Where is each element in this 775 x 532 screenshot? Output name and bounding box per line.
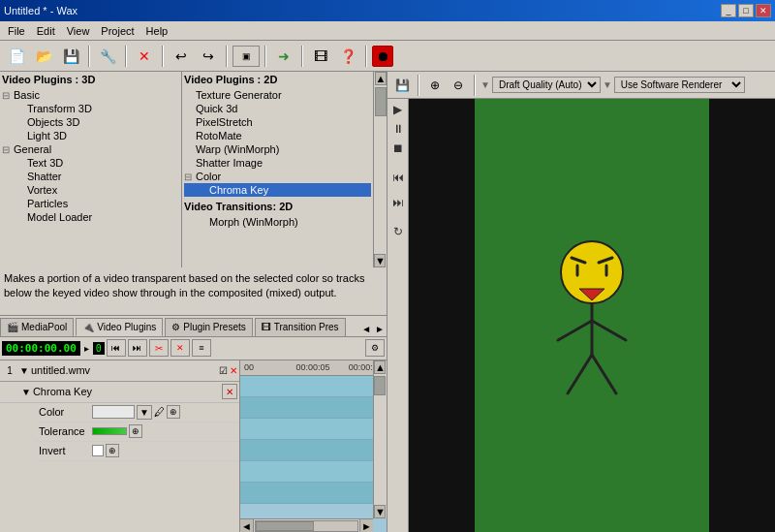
tree-item-shatterimage[interactable]: · Shatter Image [184, 156, 371, 170]
timeline-vscrollbar[interactable]: ▲ ▼ [373, 360, 387, 519]
tl-cut[interactable]: ✂ [149, 339, 169, 357]
timeline-row-5 [240, 461, 387, 483]
tab-scroll-left[interactable]: ◄ [359, 322, 373, 336]
transport-loop[interactable]: ↻ [389, 223, 407, 240]
tab-videoplugins[interactable]: 🔌 Video Plugins [76, 318, 163, 336]
scroll-up-btn[interactable]: ▲ [375, 72, 387, 85]
tl-prev-frame[interactable]: ⏮ [107, 339, 126, 357]
effect-expand[interactable]: ▼ [21, 387, 31, 397]
tree-item-texturegen[interactable]: · Texture Generator [184, 88, 371, 102]
invert-reset-btn[interactable]: ⊕ [106, 444, 119, 457]
toolbar-divider-7 [365, 46, 367, 67]
menu-help[interactable]: Help [140, 23, 174, 39]
ruler-mark-0: 00 [244, 362, 254, 372]
menu-file[interactable]: File [2, 23, 31, 39]
undo-button[interactable]: ↩ [169, 44, 194, 69]
effect-name: Chroma Key [33, 386, 222, 397]
preview-save-btn[interactable]: 💾 [391, 75, 413, 96]
tree-item-quick3d[interactable]: · Quick 3d [184, 102, 371, 115]
hscroll-track [255, 520, 358, 532]
transport-panel: ▶ ⏸ ⏹ ⏮ ⏭ ↻ [388, 99, 409, 532]
color-reset-btn[interactable]: ⊕ [167, 405, 180, 419]
menu-edit[interactable]: Edit [31, 23, 61, 39]
transport-stop[interactable]: ⏹ [389, 140, 407, 157]
plugin-scrollbar[interactable]: ▲ ▼ [373, 72, 387, 267]
invert-checkbox[interactable] [92, 445, 104, 456]
track-1-close[interactable]: ✕ [230, 365, 237, 376]
help-button[interactable]: ❓ [335, 44, 360, 69]
close-button[interactable]: ✕ [756, 4, 771, 17]
save-button[interactable]: 💾 [58, 44, 83, 69]
timeline-ruler: 00 00:00:05 00:00:10 [240, 360, 387, 376]
tree-item-morphwinmorph[interactable]: · Morph (WinMorph) [184, 215, 371, 229]
toolbar-divider-6 [301, 46, 303, 67]
transport-play[interactable]: ▶ [389, 101, 407, 118]
tab-pluginpresets[interactable]: ⚙ Plugin Presets [165, 318, 252, 336]
tree-item-pixelstretch[interactable]: · PixelStretch [184, 115, 371, 129]
hscroll-thumb[interactable] [256, 521, 314, 531]
vscroll-up[interactable]: ▲ [374, 360, 386, 374]
tree-item-particles[interactable]: · Particles [2, 197, 179, 210]
tl-next-frame[interactable]: ⏭ [128, 339, 147, 357]
tree-item-chromakey[interactable]: · Chroma Key [184, 183, 371, 197]
menu-view[interactable]: View [61, 23, 96, 39]
record-button[interactable]: ⏺ [372, 46, 393, 67]
hscroll-right[interactable]: ► [359, 519, 373, 533]
scroll-thumb[interactable] [375, 87, 387, 116]
effect-close-btn[interactable]: ✕ [222, 384, 237, 399]
redo-button[interactable]: ↪ [196, 44, 221, 69]
tl-delete[interactable]: ✕ [170, 339, 190, 357]
scroll-down-btn[interactable]: ▼ [374, 254, 386, 267]
tree-item-rotomate[interactable]: · RotoMate [184, 129, 371, 142]
tree-item-warpwinmorph[interactable]: · Warp (WinMorph) [184, 142, 371, 156]
tolerance-reset-btn[interactable]: ⊕ [129, 424, 142, 438]
param-color-label: Color [39, 406, 92, 418]
export-button[interactable]: ➜ [271, 44, 296, 69]
tolerance-slider[interactable] [92, 427, 127, 435]
track-1-expand[interactable]: ▼ [19, 365, 29, 376]
tree-item-light3d[interactable]: · Light 3D [2, 129, 179, 142]
plugin-area: Video Plugins : 3D ⊟ Basic · Transform 3… [0, 72, 387, 267]
new-button[interactable]: 📄 [4, 44, 29, 69]
tl-settings[interactable]: ⚙ [365, 339, 385, 357]
camera-button[interactable]: 🎞 [308, 44, 333, 69]
color-picker-icon[interactable]: 🖊 [154, 406, 165, 418]
zoom-in-btn[interactable]: ⊕ [424, 75, 446, 96]
transport-next[interactable]: ⏭ [389, 194, 407, 211]
tab-transitionpres[interactable]: 🎞 Transition Pres [255, 318, 346, 336]
zoom-out-btn[interactable]: ⊖ [448, 75, 469, 96]
tree-item-vortex[interactable]: · Vortex [2, 183, 179, 197]
menu-project[interactable]: Project [95, 23, 140, 39]
minimize-button[interactable]: _ [721, 4, 736, 17]
tree-item-general[interactable]: ⊟ General [2, 142, 179, 156]
tab-mediapool[interactable]: 🎬 MediaPool [0, 318, 74, 336]
vscroll-down[interactable]: ▼ [374, 505, 386, 518]
tree-item-basic[interactable]: ⊟ Basic [2, 88, 179, 102]
timeline-toolbar: 00:00:00.00 ▸ 0 ⏮ ⏭ ✂ ✕ ≡ ⚙ [0, 337, 387, 360]
pluginpresets-tab-icon: ⚙ [171, 322, 180, 332]
tree-item-objects3d[interactable]: · Objects 3D [2, 115, 179, 129]
tab-scroll-right[interactable]: ► [373, 322, 387, 336]
track-1-checkmark[interactable]: ☑ [219, 365, 228, 376]
tree-item-shatter[interactable]: · Shatter [2, 170, 179, 183]
tl-more[interactable]: ≡ [192, 339, 211, 357]
tree-item-modelloader[interactable]: · Model Loader [2, 210, 179, 224]
renderer-select[interactable]: Use Software Renderer Use Hardware Rende… [614, 77, 745, 93]
transport-prev[interactable]: ⏮ [389, 169, 407, 186]
delete-button[interactable]: ✕ [132, 44, 157, 69]
render-button[interactable]: ▣ [232, 46, 260, 67]
quality-select[interactable]: Draft Quality (Auto) Full Quality [492, 77, 601, 93]
color-dropdown-btn[interactable]: ▼ [137, 405, 152, 420]
tree-item-color-cat[interactable]: ⊟ Color [184, 170, 371, 183]
tools-button[interactable]: 🔧 [95, 44, 120, 69]
hscroll-left[interactable]: ◄ [240, 519, 254, 533]
transport-pause[interactable]: ⏸ [389, 120, 407, 138]
maximize-button[interactable]: □ [738, 4, 754, 17]
color-swatch[interactable] [92, 405, 135, 419]
open-button[interactable]: 📂 [31, 44, 56, 69]
tree-item-transform3d[interactable]: · Transform 3D [2, 102, 179, 115]
toolbar-divider-4 [226, 46, 228, 67]
vscroll-thumb[interactable] [374, 376, 386, 395]
tree-item-text3d[interactable]: · Text 3D [2, 156, 179, 170]
2d-plugins-title: Video Plugins : 2D [184, 74, 371, 86]
